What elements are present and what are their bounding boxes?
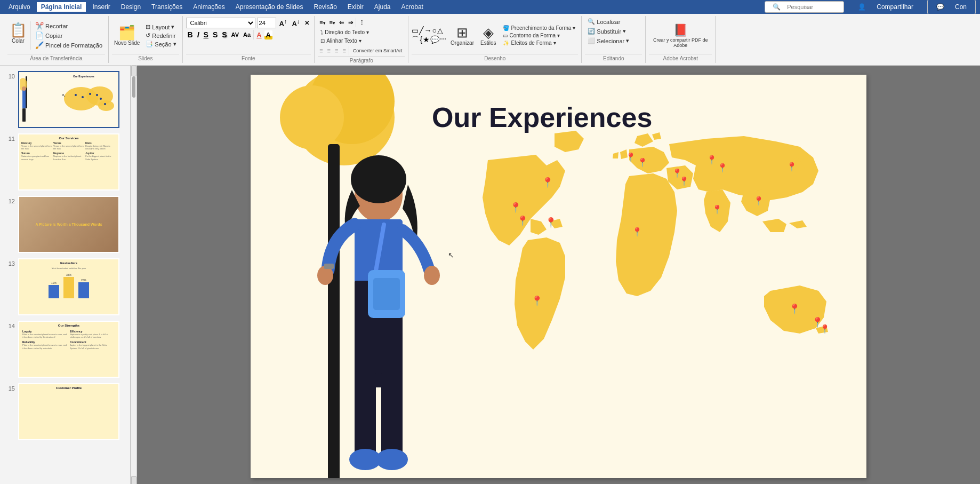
slide-thumb-14[interactable]: 14 Our Strengths LoyaltyBluto is the sma… — [3, 320, 127, 379]
cut-button[interactable]: ✂️ Recortar — [33, 21, 105, 30]
underline-button[interactable]: S — [202, 30, 210, 39]
svg-rect-14 — [24, 108, 26, 122]
slide-thumb-15[interactable]: 15 Customer Profile — [3, 382, 127, 441]
substituir-button[interactable]: 🔄 Substituir ▾ — [585, 27, 629, 35]
increase-font-button[interactable]: A↑ — [278, 18, 289, 28]
slide-preview-10[interactable]: Our Experiences — [18, 71, 119, 128]
organizar-button[interactable]: ⊞ Organizar — [448, 24, 476, 47]
menu-acrobat[interactable]: Acrobat — [397, 2, 428, 12]
menu-animacoes[interactable]: Animações — [189, 2, 229, 12]
decrease-font-button[interactable]: A↓ — [290, 18, 301, 28]
contorno-button[interactable]: ▭ Contorno da Forma ▾ — [500, 32, 578, 39]
align-right-button[interactable]: ≡ — [333, 46, 340, 55]
numbering-button[interactable]: ≡▾ — [328, 18, 336, 27]
font-section: Calibri A↑ A↓ ✕ B I S S S AV Aa A — [183, 16, 315, 63]
person-illustration — [304, 131, 453, 478]
smartart-button[interactable]: Converter em SmartArt — [350, 46, 405, 55]
localizar-button[interactable]: 🔍 Localizar — [585, 18, 623, 26]
font-highlight-button[interactable]: A — [264, 30, 272, 39]
more-shapes-icon[interactable]: ⋯ — [440, 35, 446, 45]
strikethrough-button[interactable]: S — [211, 30, 219, 39]
menu-exibir[interactable]: Exibir — [343, 2, 368, 12]
shadow-button[interactable]: S — [220, 30, 228, 39]
menu-revisao[interactable]: Revisão — [309, 2, 341, 12]
estilos-button[interactable]: ◈ Estilos — [478, 24, 498, 47]
slide-thumb-11[interactable]: 11 Our Services MercuryVenus is the seco… — [3, 132, 127, 192]
paragraph-section: ≡▾ ≡▾ ⇐ ⇒ ⋮ ⤵ Direção do Texto ▾ — [315, 16, 408, 63]
columns-button[interactable]: ⋮ — [357, 18, 366, 27]
text-direction-button[interactable]: ⤵ Direção do Texto ▾ — [318, 29, 372, 36]
new-slide-button[interactable]: 🗂️ Novo Slide — [112, 24, 142, 47]
preenchimento-button[interactable]: 🪣 Preenchimento da Forma ▾ — [500, 25, 578, 31]
slide-preview-11[interactable]: Our Services MercuryVenus is the second … — [18, 133, 119, 191]
secao-arrow-icon: ▾ — [173, 41, 176, 47]
search-input[interactable] — [787, 4, 840, 10]
acrobat-create-button[interactable]: 📕 Crear y compartir PDF de Adobe — [649, 22, 712, 49]
oval-shape-icon[interactable]: ○ — [432, 26, 436, 35]
menu-apresentacao[interactable]: Apresentação de Slides — [231, 2, 308, 12]
menu-ajuda[interactable]: Ajuda — [370, 2, 395, 12]
star-shape-icon[interactable]: ★ — [423, 35, 430, 45]
efeitos-button[interactable]: ✨ Efeitos de Forma ▾ — [500, 39, 578, 46]
italic-button[interactable]: I — [196, 30, 201, 39]
selecionar-arrow-icon: ▾ — [626, 37, 629, 44]
contorno-icon: ▭ — [503, 33, 508, 38]
editing-label: Editando — [585, 54, 642, 61]
callout-shape-icon[interactable]: 💬 — [430, 35, 439, 45]
align-text-button[interactable]: ⊡ Alinhar Texto ▾ — [318, 37, 364, 44]
selecionar-icon: ⬜ — [588, 37, 595, 44]
redefinir-button[interactable]: ↺ Redefinir — [143, 31, 179, 39]
format-painter-icon: 🖌️ — [35, 41, 44, 49]
svg-text:📍: 📍 — [786, 162, 797, 172]
align-left-button[interactable]: ≡ — [318, 46, 324, 55]
slide-thumb-12[interactable]: 12 A Picture Is Worth a Thousand Words — [3, 195, 127, 254]
paste-button[interactable]: 📋 Colar — [7, 21, 29, 50]
font-size-input[interactable] — [257, 18, 276, 28]
line-shape-icon[interactable]: ╱ — [419, 26, 423, 35]
slide-panel-scrollbar[interactable] — [131, 66, 137, 484]
menu-design[interactable]: Design — [117, 2, 145, 12]
bold-button[interactable]: B — [186, 30, 195, 39]
slide-thumb-13[interactable]: 13 Bestsellers Most downloaded activitie… — [3, 257, 127, 316]
svg-text:📍: 📍 — [542, 177, 554, 188]
localizar-icon: 🔍 — [588, 18, 595, 25]
outdent-button[interactable]: ⇐ — [338, 18, 346, 27]
svg-point-6 — [96, 94, 98, 96]
comment-button[interactable]: 💬 Con — [927, 0, 976, 14]
copy-button[interactable]: 📄 Copiar — [33, 31, 105, 40]
rect-shape-icon[interactable]: ▭ — [412, 26, 419, 35]
svg-point-12 — [22, 86, 26, 91]
slide-preview-13[interactable]: Bestsellers Most downloaded activities t… — [18, 258, 119, 315]
svg-rect-24 — [381, 371, 403, 457]
menu-arquivo[interactable]: Arquivo — [4, 2, 35, 12]
menu-pagina-inicial[interactable]: Página Inicial — [37, 2, 86, 12]
slide-preview-14[interactable]: Our Strengths LoyaltyBluto is the smarte… — [18, 321, 119, 378]
selecionar-button[interactable]: ⬜ Selecionar ▾ — [585, 37, 632, 45]
triangle-shape-icon[interactable]: △ — [437, 26, 443, 35]
secao-button[interactable]: 📑 Seção ▾ — [143, 40, 179, 48]
format-painter-button[interactable]: 🖌️ Pincel de Formatação — [33, 41, 105, 50]
slide-thumb-10[interactable]: 10 Our Experiences — [3, 70, 127, 129]
menu-transicoes[interactable]: Transições — [147, 2, 187, 12]
align-center-button[interactable]: ≡ — [326, 46, 332, 55]
slide-preview-12[interactable]: A Picture Is Worth a Thousand Words — [18, 196, 119, 253]
font-family-select[interactable]: Calibri — [186, 18, 255, 28]
clear-format-button[interactable]: ✕ — [303, 19, 311, 27]
new-slide-icon: 🗂️ — [118, 25, 135, 41]
font-color-button[interactable]: A — [255, 30, 263, 39]
case-button[interactable]: Aa — [242, 31, 252, 38]
slide-canvas[interactable]: Our Experiences — [251, 75, 866, 478]
justify-button[interactable]: ≡ — [341, 46, 347, 55]
char-spacing-button[interactable]: AV — [230, 31, 240, 38]
arrow-shape-icon[interactable]: → — [424, 26, 431, 35]
bullets-button[interactable]: ≡▾ — [318, 18, 326, 27]
estilos-icon: ◈ — [483, 25, 494, 41]
indent-button[interactable]: ⇒ — [347, 18, 355, 27]
bracket-shape-icon[interactable]: { — [420, 35, 422, 45]
slide-number-15: 15 — [4, 385, 15, 392]
layout-button[interactable]: ⊞ Layout ▾ — [143, 23, 179, 31]
share-button[interactable]: 👤 Compartilhar — [847, 0, 924, 14]
curve-shape-icon[interactable]: ⌒ — [412, 35, 419, 45]
slide-preview-15[interactable]: Customer Profile — [18, 383, 119, 440]
menu-inserir[interactable]: Inserir — [88, 2, 114, 12]
